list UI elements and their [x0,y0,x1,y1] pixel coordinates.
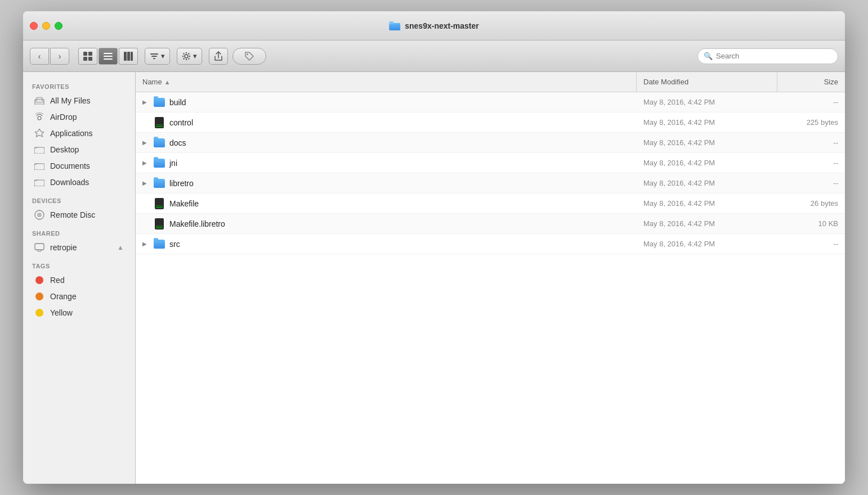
table-row[interactable]: control May 8, 2016, 4:42 PM 225 bytes [136,112,845,133]
sidebar-item-downloads[interactable]: Downloads [25,174,133,190]
sidebar-label-yellow: Yellow [50,308,73,317]
file-name: Makefile.libretro [169,219,225,228]
table-row[interactable]: ▶ libretro May 8, 2016, 4:42 PM -- [136,173,845,194]
expand-arrow[interactable]: ▶ [140,99,149,105]
table-row[interactable]: ▶ src May 8, 2016, 4:42 PM -- [136,234,845,254]
file-size: 225 bytes [777,118,845,127]
search-box[interactable]: 🔍 [697,48,838,64]
svg-point-19 [182,55,184,56]
sidebar-item-documents[interactable]: Documents [25,158,133,174]
svg-rect-14 [151,56,157,57]
svg-rect-30 [34,147,44,154]
title-folder-icon [389,21,400,30]
desktop-folder-icon [34,145,44,155]
file-row-name: ▶ jni [136,159,637,168]
airdrop-icon [34,112,44,122]
orange-tag-icon [34,291,44,302]
eject-icon[interactable]: ▲ [117,244,124,251]
view-column-button[interactable] [119,48,138,65]
minimize-button[interactable] [42,22,50,30]
file-size: -- [777,159,845,167]
table-row[interactable]: ▶ build May 8, 2016, 4:42 PM -- [136,92,845,112]
svg-point-16 [185,55,188,58]
view-icon-button[interactable] [78,48,97,65]
back-button[interactable]: ‹ [30,48,49,65]
forward-button[interactable]: › [50,48,69,65]
table-row[interactable]: ▶ jni May 8, 2016, 4:42 PM -- [136,153,845,173]
expand-arrow[interactable]: ▶ [140,160,149,166]
gear-icon [182,52,191,61]
table-row[interactable]: Makefile May 8, 2016, 4:42 PM 26 bytes [136,194,845,214]
sidebar-label-retropie: retropie [50,243,77,252]
sidebar-label-desktop: Desktop [50,145,79,154]
sidebar-item-airdrop[interactable]: AirDrop [25,109,133,125]
share-button[interactable] [209,48,228,65]
close-button[interactable] [30,22,38,30]
svg-rect-6 [88,57,92,61]
sidebar-section-shared: Shared [23,223,135,239]
action-dropdown-arrow: ▾ [193,52,197,60]
svg-rect-36 [35,244,44,250]
file-name: Makefile [169,199,199,208]
sidebar-item-retropie[interactable]: retropie ▲ [25,240,133,255]
expand-arrow[interactable]: ▶ [140,241,149,247]
sidebar-item-red[interactable]: Red [25,272,133,288]
sidebar-item-applications[interactable]: Applications [25,125,133,141]
arrange-button[interactable]: ▾ [145,48,170,65]
svg-rect-12 [131,52,133,61]
table-row[interactable]: Makefile.libretro May 8, 2016, 4:42 PM 1… [136,214,845,234]
finder-window: snes9x-next-master ‹ › [23,11,845,484]
column-size-label: Size [824,78,838,86]
search-input[interactable] [716,52,832,60]
sidebar-label-orange: Orange [50,292,77,301]
file-size: -- [777,179,845,187]
file-name: jni [169,159,177,168]
sidebar-item-desktop[interactable]: Desktop [25,142,133,158]
expand-arrow[interactable]: ▶ [140,140,149,146]
action-button[interactable]: ▾ [177,48,202,65]
list-view-icon [103,51,113,61]
sidebar-item-all-my-files[interactable]: All My Files [25,93,133,109]
file-icon [154,118,165,127]
applications-icon [34,128,44,138]
tag-button[interactable] [232,48,266,65]
expand-arrow[interactable]: ▶ [140,180,149,186]
sidebar-item-orange[interactable]: Orange [25,289,133,304]
sidebar-label-all-my-files: All My Files [50,96,91,105]
sidebar-item-remote-disc[interactable]: Remote Disc [25,207,133,223]
maximize-button[interactable] [55,22,62,30]
folder-icon [154,138,165,147]
arrange-icon [150,52,159,61]
view-list-button[interactable] [99,48,118,65]
grid-view-icon [83,51,93,61]
nav-buttons: ‹ › [30,48,69,65]
file-row-name: ▶ libretro [136,179,637,188]
svg-rect-4 [88,52,92,56]
column-header-date[interactable]: Date Modified [637,72,777,92]
svg-rect-7 [104,53,113,54]
file-size: -- [777,98,845,106]
file-icon [154,199,165,208]
downloads-folder-icon [34,177,44,187]
column-header-size[interactable]: Size [777,72,845,92]
svg-point-20 [189,55,190,56]
sidebar-section-favorites: Favorites [23,76,135,92]
disc-icon [34,210,44,220]
titlebar-center: snes9x-next-master [389,21,479,30]
sidebar-label-applications: Applications [50,129,93,138]
sidebar-item-yellow[interactable]: Yellow [25,305,133,321]
file-name: libretro [169,179,194,188]
svg-rect-11 [127,52,130,61]
svg-rect-13 [150,53,158,55]
file-name: control [169,118,193,127]
folder-icon [154,98,165,107]
file-row-name: ▶ src [136,240,637,249]
column-header-name[interactable]: Name ▲ [136,72,637,92]
yellow-tag-icon [34,308,44,318]
file-date: May 8, 2016, 4:42 PM [637,98,777,106]
column-date-label: Date Modified [643,78,688,86]
table-row[interactable]: ▶ docs May 8, 2016, 4:42 PM -- [136,133,845,153]
monitor-icon [34,242,44,253]
sidebar-section-devices: Devices [23,191,135,206]
traffic-lights [30,22,62,30]
